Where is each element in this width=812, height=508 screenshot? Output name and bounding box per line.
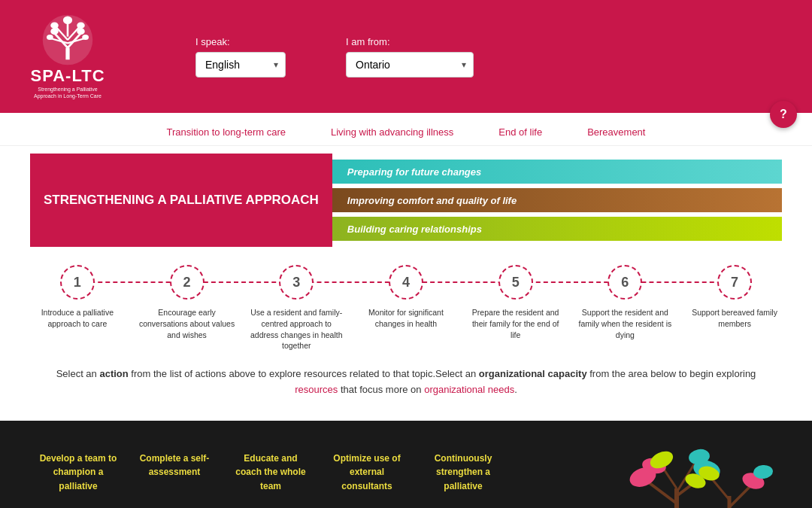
speak-label: I speak: [195,36,286,47]
step-3: 3 Use a resident and family-centred appr… [247,265,345,351]
info-text: Select an action from the list of action… [45,367,767,398]
bar-improving[interactable]: Improving comfort and quality of life [332,188,782,212]
step-1: 1 Introduce a palliative approach to car… [29,265,126,329]
svg-point-14 [82,35,89,40]
from-label: I am from: [346,36,474,47]
info-capacity-word: organizational capacity [479,368,587,379]
bottom-item-1[interactable]: Complete a self-assessment [126,443,223,508]
bar-building[interactable]: Building caring relationships [332,217,782,241]
step-7-circle[interactable]: 7 [717,265,752,300]
svg-line-29 [710,477,729,500]
bottom-item-1-title: Complete a self-assessment [140,453,210,478]
nav-end-of-life[interactable]: End of life [498,126,542,138]
logo-name: SPA-LTC [30,66,105,86]
bottom-item-2-title: Educate and coach the whole team [235,453,305,492]
step-6-circle[interactable]: 6 [607,265,642,300]
banner-bars: Preparing for future changes Improving c… [332,154,782,247]
step-6: 6 Support the resident and family when t… [576,265,674,340]
svg-line-17 [647,481,677,503]
step-3-text: Use a resident and family-centred approa… [247,307,345,351]
header-selectors: I speak: English Français I am from: Ont… [195,36,474,78]
language-select[interactable]: English Français [195,52,286,78]
bottom-item-0-title: Develop a team to champion a palliative [40,453,117,492]
step-5-text: Prepare the resident and their family fo… [467,307,565,340]
nav-bereavement[interactable]: Bereavement [587,126,645,138]
logo-subtitle: Strengthening a Palliative Approach in L… [30,86,105,99]
info-org-needs-link[interactable]: organizational needs [424,384,514,395]
step-4-text: Monitor for significant changes in healt… [357,307,455,329]
nav-bar: Transition to long-term care Living with… [0,113,812,146]
header: SPA-LTC Strengthening a Palliative Appro… [0,0,812,113]
language-selector-group: I speak: English Français [195,36,286,78]
step-4-circle[interactable]: 4 [389,265,423,300]
step-5-circle[interactable]: 5 [498,265,533,300]
banner-left-title: STRENGTHENING A PALLIATIVE APPROACH [30,154,332,247]
nav-living[interactable]: Living with advancing illness [331,126,453,138]
info-part4: that focus more on [338,384,424,395]
help-button[interactable]: ? [770,101,797,128]
info-part5: . [514,384,517,395]
bottom-item-4-title: Continuously strengthen a palliative [435,453,492,492]
region-select-wrapper[interactable]: Ontario Alberta British Columbia Manitob… [346,52,474,78]
bottom-item-0[interactable]: Develop a team to champion a palliative [30,443,126,508]
step-7-text: Support bereaved family members [686,307,783,329]
logo-icon [41,14,94,66]
bottom-item-4[interactable]: Continuously strengthen a palliative [415,443,511,508]
banner-section: STRENGTHENING A PALLIATIVE APPROACH Prep… [30,154,782,247]
step-1-text: Introduce a palliative approach to care [29,307,126,329]
language-select-wrapper[interactable]: English Français [195,52,286,78]
info-resources-link[interactable]: resources [295,384,338,395]
svg-point-9 [63,17,72,25]
info-part1: Select an [56,368,100,379]
step-7: 7 Support bereaved family members [686,265,783,329]
svg-point-10 [50,28,59,35]
svg-line-28 [729,485,752,507]
steps-section: 1 Introduce a palliative approach to car… [23,265,789,351]
info-part2: from the list of actions above to explor… [129,368,479,379]
step-5: 5 Prepare the resident and their family … [467,265,565,340]
step-2-circle[interactable]: 2 [170,265,205,300]
svg-rect-1 [65,48,69,60]
svg-point-12 [50,22,59,29]
bottom-section: Develop a team to champion a palliative … [0,421,812,508]
step-6-text: Support the resident and family when the… [576,307,674,340]
step-4: 4 Monitor for significant changes in hea… [357,265,455,329]
step-2: 2 Encourage early conversations about va… [138,265,236,340]
svg-point-13 [77,28,85,35]
bottom-items: Develop a team to champion a palliative … [30,443,511,508]
step-2-text: Encourage early conversations about valu… [138,307,236,340]
nav-transition[interactable]: Transition to long-term care [167,126,286,138]
info-part3: from the area below to begin exploring [587,368,756,379]
svg-point-11 [47,35,53,40]
info-action-word: action [99,368,128,379]
bar-preparing[interactable]: Preparing for future changes [332,160,782,184]
bottom-decor [511,443,782,508]
svg-point-15 [77,22,85,29]
logo: SPA-LTC Strengthening a Palliative Appro… [30,14,105,99]
bottom-item-3-title: Optimize use of external consultants [333,453,400,492]
step-1-circle[interactable]: 1 [60,265,95,300]
bottom-tree-svg [511,443,782,508]
step-3-circle[interactable]: 3 [279,265,314,300]
region-select[interactable]: Ontario Alberta British Columbia Manitob… [346,52,474,78]
region-selector-group: I am from: Ontario Alberta British Colum… [346,36,474,78]
bottom-item-3[interactable]: Optimize use of external consultants [319,443,415,508]
bottom-item-2[interactable]: Educate and coach the whole team [223,443,319,508]
